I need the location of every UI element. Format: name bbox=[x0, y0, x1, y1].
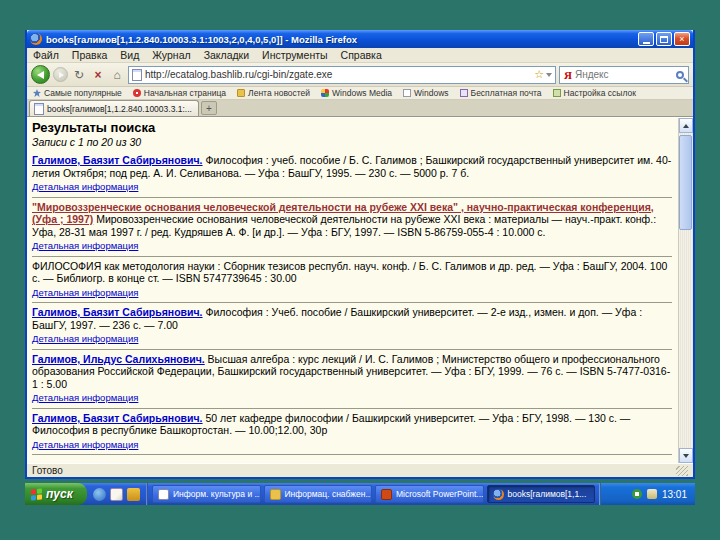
bookmark-most-visited[interactable]: Самые популярные bbox=[33, 88, 122, 98]
menu-history[interactable]: Журнал bbox=[152, 49, 190, 61]
task-buttons: Информ. культура и ... Информац. снабжен… bbox=[148, 483, 599, 505]
quick-launch-icon-2[interactable] bbox=[110, 488, 123, 501]
separator bbox=[32, 454, 672, 455]
result-entry: ФИЛОСОФИЯ как методология науки : Сборни… bbox=[32, 260, 672, 300]
entry-text: Мировоззренческие основания человеческой… bbox=[32, 213, 656, 238]
quick-launch-icon-3[interactable] bbox=[127, 488, 140, 501]
minimize-button[interactable] bbox=[638, 32, 654, 46]
links-folder-icon bbox=[553, 89, 561, 97]
page-icon bbox=[132, 69, 142, 81]
search-results-page: Результаты поиска Записи с 1 по 20 из 30… bbox=[27, 118, 678, 463]
folder-icon bbox=[270, 489, 281, 500]
tab-favicon bbox=[34, 103, 44, 115]
document-icon bbox=[158, 489, 169, 500]
url-text[interactable]: http://ecatalog.bashlib.ru/cgi-bin/zgate… bbox=[145, 69, 531, 80]
task-button-powerpoint[interactable]: Microsoft PowerPoint... bbox=[375, 485, 484, 503]
quick-launch-icon-1[interactable] bbox=[93, 488, 106, 501]
navigation-toolbar: ↻ × ⌂ http://ecatalog.bashlib.ru/cgi-bin… bbox=[27, 63, 693, 87]
details-link[interactable]: Детальная информация bbox=[32, 240, 138, 253]
scroll-up-icon[interactable] bbox=[679, 118, 693, 133]
dropdown-caret-icon bbox=[546, 73, 552, 77]
page-icon bbox=[403, 89, 411, 97]
task-button-doc[interactable]: Информ. культура и ... bbox=[152, 485, 261, 503]
results-range-note: Записи с 1 по 20 из 30 bbox=[32, 136, 672, 149]
details-link[interactable]: Детальная информация bbox=[32, 439, 138, 452]
task-button-folder[interactable]: Информац. снабжен... bbox=[264, 485, 373, 503]
status-bar: Готово bbox=[27, 463, 693, 477]
menu-help[interactable]: Справка bbox=[341, 49, 382, 61]
windows-logo-icon bbox=[31, 488, 42, 500]
result-entry: "Мировоззренческие основания человеческо… bbox=[32, 201, 672, 253]
author-link[interactable]: Галимов, Баязит Сабирьянович. bbox=[32, 412, 203, 424]
author-link[interactable]: Галимов, Ильдус Салихьянович. bbox=[32, 353, 205, 365]
bookmark-customize-links[interactable]: Настройка ссылок bbox=[553, 88, 636, 98]
quick-launch-bar bbox=[87, 483, 148, 505]
firefox-icon bbox=[30, 33, 42, 45]
scrollbar-thumb[interactable] bbox=[679, 135, 692, 230]
menu-edit[interactable]: Правка bbox=[72, 49, 107, 61]
result-entry: Галимов, Ильдус Салихьянович. Высшая алг… bbox=[32, 353, 672, 405]
bookmarks-toolbar: Самые популярные Начальная страница Лент… bbox=[27, 87, 693, 100]
bookmark-getting-started[interactable]: Начальная страница bbox=[133, 88, 226, 98]
separator bbox=[32, 408, 672, 409]
system-tray: 13:01 bbox=[599, 483, 695, 505]
separator bbox=[32, 256, 672, 257]
bookmark-star-icon[interactable]: ☆ bbox=[534, 68, 552, 81]
menu-bookmarks[interactable]: Закладки bbox=[204, 49, 249, 61]
flower-icon bbox=[133, 89, 141, 97]
search-icon[interactable] bbox=[676, 71, 684, 79]
menu-file[interactable]: Файл bbox=[33, 49, 59, 61]
window-titlebar[interactable]: books[галимов[1,1.2.840.10003.3.1:1003,2… bbox=[27, 30, 693, 48]
author-link[interactable]: Галимов, Баязит Сабирьянович. bbox=[32, 154, 203, 166]
firefox-window: books[галимов[1,1.2.840.10003.3.1:1003,2… bbox=[25, 30, 695, 479]
start-button[interactable]: пуск bbox=[25, 483, 87, 505]
forward-icon[interactable] bbox=[53, 67, 68, 82]
bookmark-windows-media[interactable]: Windows Media bbox=[321, 88, 392, 98]
status-text: Готово bbox=[32, 465, 63, 476]
scrollbar-track[interactable] bbox=[679, 133, 693, 448]
resize-grip[interactable] bbox=[676, 466, 688, 476]
result-entry: Галимов, Баязит Сабирьянович. Философия … bbox=[32, 306, 672, 346]
refresh-icon[interactable]: ↻ bbox=[71, 67, 87, 83]
new-tab-button[interactable]: + bbox=[201, 101, 217, 115]
window-title: books[галимов[1,1.2.840.10003.3.1:1003,2… bbox=[46, 34, 636, 45]
menu-view[interactable]: Вид bbox=[120, 49, 139, 61]
separator bbox=[32, 349, 672, 350]
menu-tools[interactable]: Инструменты bbox=[262, 49, 327, 61]
close-button[interactable]: × bbox=[674, 32, 690, 46]
media-icon bbox=[321, 89, 329, 97]
separator bbox=[32, 302, 672, 303]
details-link[interactable]: Детальная информация bbox=[32, 181, 138, 194]
home-icon[interactable]: ⌂ bbox=[109, 67, 125, 83]
scroll-down-icon[interactable] bbox=[679, 448, 693, 463]
firefox-icon bbox=[493, 489, 504, 500]
powerpoint-icon bbox=[381, 489, 392, 500]
tab-bar: books[галимов[1,1.2.840.10003.3.1:... + bbox=[27, 100, 693, 117]
mail-icon bbox=[460, 89, 468, 97]
maximize-button[interactable] bbox=[656, 32, 672, 46]
entry-text: ФИЛОСОФИЯ как методология науки : Сборни… bbox=[32, 260, 667, 285]
vertical-scrollbar[interactable] bbox=[678, 118, 693, 463]
separator bbox=[32, 197, 672, 198]
back-icon[interactable] bbox=[31, 65, 50, 84]
tray-icon-2[interactable] bbox=[647, 489, 657, 499]
content-area: Результаты поиска Записи с 1 по 20 из 30… bbox=[27, 117, 693, 463]
windows-taskbar: пуск Информ. культура и ... Информац. сн… bbox=[25, 483, 695, 505]
search-input[interactable] bbox=[575, 69, 673, 80]
bookmark-news-feed[interactable]: Лента новостей bbox=[237, 88, 310, 98]
search-box[interactable]: Я bbox=[559, 66, 689, 84]
details-link[interactable]: Детальная информация bbox=[32, 333, 138, 346]
details-link[interactable]: Детальная информация bbox=[32, 392, 138, 405]
tab-search-results[interactable]: books[галимов[1,1.2.840.10003.3.1:... bbox=[29, 100, 199, 116]
stop-icon[interactable]: × bbox=[90, 67, 106, 83]
task-button-firefox[interactable]: books[галимов[1,1... bbox=[487, 485, 596, 503]
bookmark-windows[interactable]: Windows bbox=[403, 88, 448, 98]
tray-icon-1[interactable] bbox=[632, 489, 642, 499]
author-link[interactable]: Галимов, Баязит Сабирьянович. bbox=[32, 306, 203, 318]
bookmark-free-mail[interactable]: Бесплатная почта bbox=[460, 88, 542, 98]
menu-bar: Файл Правка Вид Журнал Закладки Инструме… bbox=[27, 48, 693, 63]
slide-background: { "colors": { "desktop_teal": "#2b746a",… bbox=[0, 0, 720, 540]
taskbar-clock: 13:01 bbox=[662, 489, 687, 500]
details-link[interactable]: Детальная информация bbox=[32, 287, 138, 300]
address-bar[interactable]: http://ecatalog.bashlib.ru/cgi-bin/zgate… bbox=[128, 66, 556, 84]
